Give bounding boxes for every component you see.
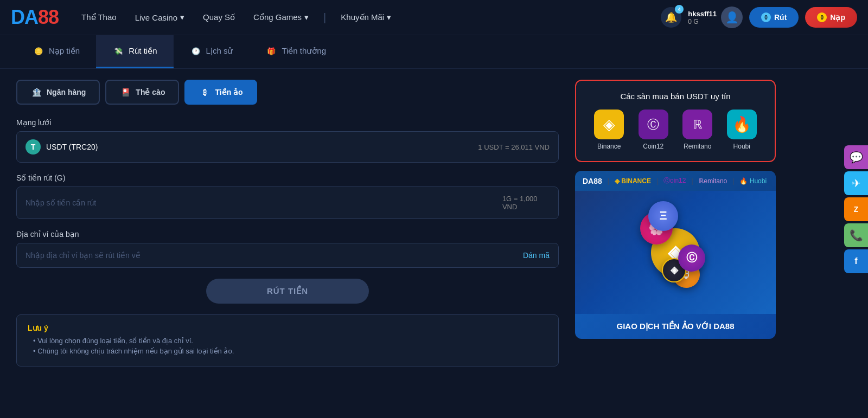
nap-tien-icon: 🪙 [33,45,44,57]
tab-tien-thuong[interactable]: 🎁 Tiền thưởng [249,35,342,68]
logo-num: 88 [38,6,59,28]
nap-badge: 0 [817,12,827,22]
tab-tien-thuong-label: Tiền thưởng [282,46,326,56]
notice-item-2: Chúng tôi không chịu trách nhiệm nếu bạn… [28,347,547,355]
wallet-input-wrapper: Dán mã [16,243,559,268]
promo-content: 🌸 Ξ ◈ ₿ ◈ Ⓒ [575,191,776,314]
binance-name: Binance [597,143,621,150]
usdt-icon: T [25,139,41,155]
sub-tab-the-cao[interactable]: 🎴 Thẻ cào [105,80,179,105]
nap-label: Nạp [830,13,845,22]
rut-label: Rút [774,13,787,22]
zalo-button[interactable]: Z [844,197,868,221]
notice-title: Lưu ý [28,324,547,332]
nav-live-casino[interactable]: Live Casino ▾ [129,8,191,27]
houbi-name: Houbi [733,143,750,150]
wallet-input[interactable] [25,251,523,260]
tab-rut-tien-label: Rút tiền [129,46,157,56]
promo-banner: DA88 | ◈ BINANCE | Ⓒoin12 | ℝemitano | 🔥… [575,171,776,339]
exchange-coin12[interactable]: Ⓒ Coin12 [639,110,668,150]
ngan-hang-label: Ngân hàng [47,88,86,97]
avatar: 👤 [721,7,743,28]
ngan-hang-icon: 🏦 [30,86,42,98]
promo-binance-logo: ◈ BINANCE [615,177,651,185]
sub-tab-tien-ao[interactable]: ₿ Tiền ảo [184,80,257,105]
exchange-binance[interactable]: ◈ Binance [594,110,624,150]
tab-rut-tien[interactable]: 💸 Rút tiền [96,35,173,68]
network-rate: 1 USDT = 26,011 VND [478,143,550,151]
network-value: USDT (TRC20) [46,143,98,151]
exchange-title: Các sàn mua bán USDT uy tín [587,92,764,101]
phone-button[interactable]: 📞 [844,223,868,247]
left-panel: 🏦 Ngân hàng 🎴 Thẻ cào ₿ Tiền ảo Mạng lướ… [16,80,559,366]
chevron-down-icon: ▾ [180,12,184,22]
promo-coin12-logo: Ⓒoin12 [663,176,686,185]
crypto-coins-display: 🌸 Ξ ◈ ₿ ◈ Ⓒ [640,217,711,288]
chat-button[interactable]: 💬 [844,145,868,169]
amount-label: Số tiền rút (G) [16,173,559,182]
notification-badge: 4 [675,5,684,14]
amount-hint: 1G = 1,000 VND [502,195,550,211]
tien-thuong-icon: 🎁 [265,45,277,57]
the-cao-label: Thẻ cào [136,88,165,97]
coin-coin12: Ⓒ [678,245,705,272]
chevron-down-icon: ▾ [304,12,309,22]
remitano-name: Remitano [684,143,711,150]
notice-box: Lưu ý Vui lòng chọn đúng loại tiền, số t… [16,314,559,366]
logo[interactable]: DA88 [11,6,59,29]
dan-ma-button[interactable]: Dán mã [523,251,550,260]
right-panel: Các sàn mua bán USDT uy tín ◈ Binance Ⓒ … [575,80,776,366]
exchange-box: Các sàn mua bán USDT uy tín ◈ Binance Ⓒ … [575,80,776,162]
nav-the-thao[interactable]: Thể Thao [75,8,123,27]
coin12-icon: Ⓒ [639,110,668,139]
tab-lich-su[interactable]: 🕐 Lịch sử [174,35,250,68]
the-cao-icon: 🎴 [119,86,131,98]
promo-huobi-logo: 🔥 Huobi [739,177,767,185]
promo-footer-title: GIAO DỊCH TIỀN ẢO VỚI DA88 [583,321,768,331]
nav-khuyen-mai[interactable]: Khuyến Mãi ▾ [334,8,398,27]
tien-ao-icon: ₿ [199,86,210,98]
exchange-houbi[interactable]: 🔥 Houbi [727,110,757,150]
nap-button[interactable]: 0 Nạp [805,7,857,28]
amount-input[interactable] [25,198,502,207]
remitano-icon: ℝ [682,110,712,139]
amount-input-wrapper: 1G = 1,000 VND [16,187,559,219]
nav-divider: | [323,11,326,24]
network-select-left: T USDT (TRC20) [25,139,98,155]
notice-item-1: Vui lòng chọn đúng loại tiền, số tiền và… [28,337,547,345]
tab-nap-tien[interactable]: 🪙 Nạp tiền [16,35,96,68]
user-balance: 0 G [688,18,717,25]
telegram-button[interactable]: ✈ [844,171,868,195]
promo-header: DA88 | ◈ BINANCE | Ⓒoin12 | ℝemitano | 🔥… [575,171,776,191]
submit-rut-tien-button[interactable]: RÚT TIỀN [206,279,369,304]
network-select[interactable]: T USDT (TRC20) 1 USDT = 26,011 VND [16,131,559,163]
rut-button[interactable]: 0 Rút [749,7,799,28]
header: DA88 Thể Thao Live Casino ▾ Quay Số Cổng… [0,0,868,35]
tab-nap-tien-label: Nạp tiền [49,46,80,56]
lich-su-icon: 🕐 [190,45,202,57]
wallet-label: Địa chỉ ví của bạn [16,230,559,239]
user-profile[interactable]: hkssff11 0 G 👤 [688,7,743,28]
promo-remitano-logo: ℝemitano [699,177,727,185]
nav-quay-so[interactable]: Quay Số [196,8,241,27]
chevron-down-icon: ▾ [387,12,391,22]
amount-section: Số tiền rút (G) 1G = 1,000 VND [16,173,559,219]
network-section: Mạng lưới T USDT (TRC20) 1 USDT = 26,011… [16,118,559,163]
main-tabs: 🪙 Nạp tiền 💸 Rút tiền 🕐 Lịch sử 🎁 Tiền t… [0,35,868,69]
nav-cong-games[interactable]: Cổng Games ▾ [247,8,315,27]
coin12-name: Coin12 [643,143,663,150]
notification-bell[interactable]: 🔔 4 [661,7,681,28]
tien-ao-label: Tiền ảo [215,88,242,97]
binance-icon: ◈ [594,110,624,139]
sub-tab-ngan-hang[interactable]: 🏦 Ngân hàng [16,80,100,105]
facebook-button[interactable]: f [844,249,868,273]
content: 🏦 Ngân hàng 🎴 Thẻ cào ₿ Tiền ảo Mạng lướ… [0,69,868,377]
promo-da88-logo: DA88 [583,177,602,185]
logo-da: DA [11,6,38,28]
rut-tien-icon: 💸 [112,45,124,57]
exchange-icons: ◈ Binance Ⓒ Coin12 ℝ Remitano 🔥 Houbi [587,110,764,150]
network-label: Mạng lưới [16,118,559,127]
header-right: 🔔 4 hkssff11 0 G 👤 0 Rút 0 Nạp [661,7,857,28]
houbi-icon: 🔥 [727,110,757,139]
exchange-remitano[interactable]: ℝ Remitano [682,110,712,150]
